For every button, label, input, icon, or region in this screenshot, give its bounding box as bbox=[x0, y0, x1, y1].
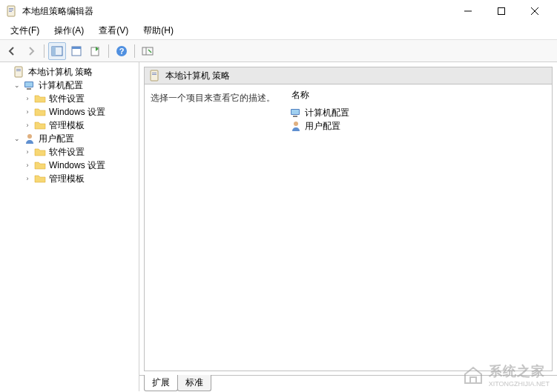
svg-rect-18 bbox=[16, 69, 21, 70]
document-icon bbox=[13, 66, 25, 78]
tree-item-software[interactable]: ›软件设置 bbox=[22, 145, 137, 159]
watermark: 系统之家 XITONGZHIJIA.NET bbox=[462, 362, 550, 388]
tree-pane: 本地计算机 策略 ⌄ 计算机配置 ›软件设置 ›Windows 设置 bbox=[0, 62, 139, 391]
svg-rect-17 bbox=[15, 67, 22, 77]
menu-file[interactable]: 文件(F) bbox=[3, 22, 47, 39]
folder-icon bbox=[34, 93, 46, 104]
toolbar-separator bbox=[44, 44, 45, 58]
detail-body: 选择一个项目来查看它的描述。 名称 计算机配置 用户配置 bbox=[144, 84, 553, 371]
list-item-computer[interactable]: 计算机配置 bbox=[289, 106, 549, 119]
menu-view[interactable]: 查看(V) bbox=[91, 22, 136, 39]
toolbar-separator bbox=[108, 44, 109, 58]
svg-rect-11 bbox=[72, 47, 81, 49]
title-bar: 本地组策略编辑器 bbox=[0, 0, 557, 22]
svg-rect-25 bbox=[152, 73, 156, 73]
tree-node-label: 软件设置 bbox=[47, 146, 86, 159]
folder-icon bbox=[34, 106, 46, 118]
svg-rect-3 bbox=[9, 11, 12, 12]
document-icon bbox=[149, 70, 161, 82]
tree-node-label: Windows 设置 bbox=[47, 106, 107, 119]
tree-item-admin[interactable]: ›管理模板 bbox=[22, 172, 137, 185]
tab-extended[interactable]: 扩展 bbox=[144, 375, 178, 391]
description-text: 选择一个项目来查看它的描述。 bbox=[151, 92, 280, 104]
detail-pane: 本地计算机 策略 选择一个项目来查看它的描述。 名称 计算机配置 用户配置 bbox=[139, 62, 557, 391]
tree-computer-row[interactable]: ⌄ 计算机配置 bbox=[12, 79, 137, 92]
properties-button[interactable] bbox=[67, 42, 85, 60]
tree-item-windows[interactable]: ›Windows 设置 bbox=[22, 159, 137, 172]
help-button[interactable]: ? bbox=[113, 42, 131, 60]
close-button[interactable] bbox=[518, 1, 551, 21]
chevron-right-icon[interactable]: › bbox=[22, 93, 33, 104]
menu-help[interactable]: 帮助(H) bbox=[136, 22, 181, 39]
tree-user-row[interactable]: ⌄ 用户配置 bbox=[12, 132, 137, 145]
svg-rect-5 bbox=[498, 8, 504, 15]
back-button[interactable] bbox=[3, 42, 21, 60]
tree-item-windows[interactable]: ›Windows 设置 bbox=[22, 105, 137, 119]
window-title: 本地组策略编辑器 bbox=[22, 5, 451, 18]
folder-icon bbox=[34, 173, 46, 185]
watermark-url: XITONGZHIJIA.NET bbox=[489, 380, 550, 388]
tab-standard[interactable]: 标准 bbox=[177, 375, 211, 391]
maximize-button[interactable] bbox=[484, 1, 518, 21]
export-button[interactable] bbox=[87, 42, 105, 60]
svg-rect-21 bbox=[25, 82, 33, 87]
forward-button[interactable] bbox=[22, 42, 40, 60]
chevron-right-icon[interactable]: › bbox=[22, 173, 33, 184]
chevron-right-icon[interactable]: › bbox=[22, 107, 33, 117]
list-item-label: 计算机配置 bbox=[305, 107, 349, 119]
tree-node-label: 管理模板 bbox=[47, 173, 86, 185]
detail-header: 本地计算机 策略 bbox=[144, 67, 553, 84]
tree-item-admin[interactable]: ›管理模板 bbox=[22, 119, 137, 132]
list-item-label: 用户配置 bbox=[305, 120, 340, 133]
toolbar-separator bbox=[134, 44, 135, 58]
svg-text:?: ? bbox=[119, 47, 125, 56]
svg-point-30 bbox=[294, 122, 298, 126]
svg-rect-19 bbox=[16, 70, 21, 71]
tree-node-label: 管理模板 bbox=[47, 119, 86, 132]
folder-icon bbox=[34, 146, 46, 158]
description-pane: 选择一个项目来查看它的描述。 bbox=[145, 84, 286, 371]
menu-bar: 文件(F) 操作(A) 查看(V) 帮助(H) bbox=[0, 22, 557, 40]
svg-rect-15 bbox=[142, 47, 153, 55]
svg-rect-29 bbox=[293, 116, 297, 117]
watermark-brand: 系统之家 bbox=[489, 364, 545, 379]
chevron-right-icon[interactable]: › bbox=[22, 147, 33, 157]
column-header-name[interactable]: 名称 bbox=[289, 87, 549, 103]
chevron-down-icon[interactable]: ⌄ bbox=[12, 80, 22, 90]
show-hide-tree-button[interactable] bbox=[48, 42, 66, 60]
app-icon bbox=[6, 5, 18, 17]
chevron-down-icon[interactable]: ⌄ bbox=[12, 133, 22, 144]
folder-icon bbox=[34, 119, 46, 131]
house-icon bbox=[462, 365, 484, 385]
svg-rect-22 bbox=[27, 88, 31, 90]
svg-rect-2 bbox=[9, 10, 13, 10]
chevron-right-icon[interactable]: › bbox=[22, 120, 33, 130]
svg-rect-24 bbox=[151, 70, 158, 81]
menu-action[interactable]: 操作(A) bbox=[47, 22, 91, 39]
tree-item-software[interactable]: ›软件设置 bbox=[22, 92, 137, 105]
chevron-right-icon[interactable]: › bbox=[22, 160, 33, 170]
tree-node-label: 本地计算机 策略 bbox=[27, 66, 94, 79]
main-area: 本地计算机 策略 ⌄ 计算机配置 ›软件设置 ›Windows 设置 bbox=[0, 62, 557, 391]
tree-root-row[interactable]: 本地计算机 策略 bbox=[1, 65, 137, 79]
tree-node-label: 软件设置 bbox=[47, 93, 86, 105]
tree-node-label: 用户配置 bbox=[37, 133, 76, 145]
svg-rect-1 bbox=[9, 8, 13, 9]
policy-tree[interactable]: 本地计算机 策略 ⌄ 计算机配置 ›软件设置 ›Windows 设置 bbox=[1, 65, 137, 185]
svg-rect-28 bbox=[291, 110, 299, 114]
folder-icon bbox=[34, 159, 46, 171]
svg-point-23 bbox=[27, 134, 32, 139]
computer-icon bbox=[24, 79, 36, 91]
computer-icon bbox=[290, 107, 302, 119]
chevron-blank-icon bbox=[1, 67, 12, 77]
minimize-button[interactable] bbox=[451, 1, 484, 21]
tree-node-label: Windows 设置 bbox=[47, 159, 107, 172]
window-controls bbox=[451, 1, 551, 21]
list-item-user[interactable]: 用户配置 bbox=[289, 119, 549, 133]
filter-button[interactable] bbox=[139, 42, 156, 60]
svg-rect-26 bbox=[152, 74, 156, 75]
user-icon bbox=[290, 120, 302, 132]
svg-rect-9 bbox=[52, 47, 56, 56]
tree-node-label: 计算机配置 bbox=[37, 79, 85, 92]
list-pane: 名称 计算机配置 用户配置 bbox=[286, 84, 552, 371]
